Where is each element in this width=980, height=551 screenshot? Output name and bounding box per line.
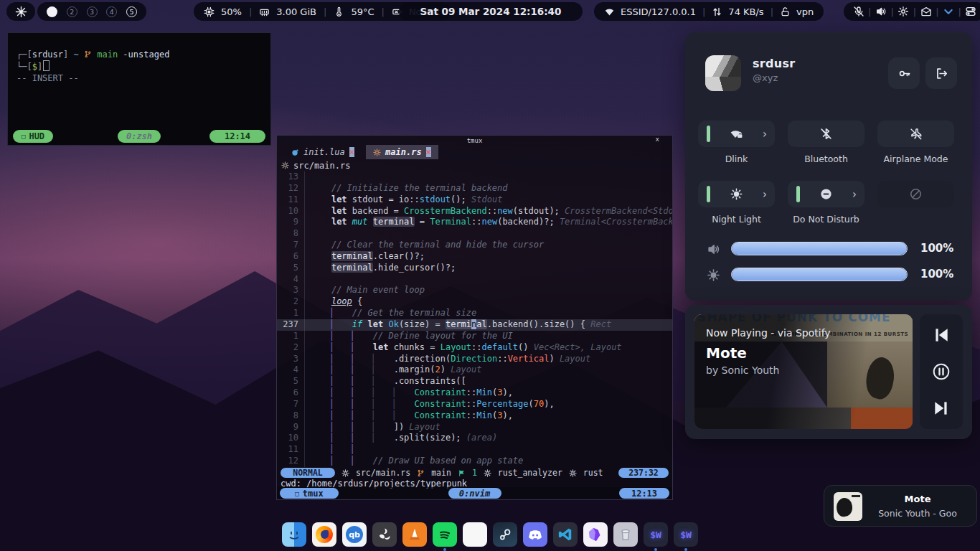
lsp-icon (484, 469, 491, 477)
dock-app-wezterm[interactable]: $W (644, 522, 668, 547)
code-text: ▏ ▏ ▏ ▏ Constraint::Min(3), (311, 387, 513, 399)
airplane-off-icon (909, 127, 923, 141)
launcher-pill[interactable] (6, 2, 35, 21)
separator: | (323, 6, 327, 17)
prompt-user: srdusr (32, 50, 63, 60)
dock-app-spotify[interactable] (433, 522, 457, 547)
key-icon (897, 67, 911, 80)
logout-button[interactable] (925, 57, 957, 89)
code-line: 10 let backend = CrosstermBackend::new(s… (277, 206, 672, 217)
keyring-button[interactable] (888, 57, 920, 89)
editor-window[interactable]: tmux x init.lua × main.rs × src/main.rs … (276, 135, 673, 500)
dock-app-wezterm-2[interactable]: $W (674, 522, 698, 547)
chevron-right-icon[interactable]: › (763, 181, 767, 207)
dnd-icon (819, 187, 833, 201)
tab-close-icon[interactable]: × (349, 147, 354, 157)
line-number: 8 (277, 228, 305, 240)
mail-icon[interactable] (920, 6, 932, 17)
dock-app-firefox[interactable] (312, 522, 336, 547)
chevron-right-icon[interactable]: › (852, 181, 857, 207)
filetype-icon (341, 469, 349, 477)
essid: ESSID/127.0.0.1 (621, 6, 696, 17)
code-text: ▏ ▏ ▏ .split(size); (area) (311, 433, 497, 444)
wifi-lock-icon (730, 127, 743, 141)
rust-file-icon (373, 149, 381, 156)
code-area[interactable]: 1312 // Initialize the terminal backend1… (277, 171, 672, 467)
code-text: let stdout = io::stdout(); Stdout (311, 194, 502, 206)
dock-app-photos[interactable] (463, 522, 487, 547)
code-line: 3 // Main event loop (277, 285, 672, 296)
pause-button[interactable] (932, 362, 951, 381)
cursor-position-pill: 237:32 (618, 468, 669, 478)
code-text: ▏ ▏ ▏ .constraints([ (311, 376, 466, 387)
workspace-4[interactable]: 4 (106, 6, 117, 17)
tab-close-icon[interactable]: × (426, 147, 431, 157)
code-line: 1 ▏ ▏ // Define layout for the UI (277, 331, 672, 342)
next-track-button[interactable] (932, 399, 951, 418)
dock-app-obsidian[interactable] (583, 522, 608, 547)
workspace-2[interactable]: 2 (67, 6, 77, 17)
previous-track-button[interactable] (932, 326, 951, 344)
line-number: 11 (277, 194, 305, 206)
dock-app-vlc[interactable] (402, 522, 427, 547)
toggle-dlink[interactable]: › (698, 121, 775, 147)
tab-main-rs[interactable]: main.rs × (366, 145, 438, 159)
line-number: 10 (277, 206, 305, 217)
toggle-cell: Airplane Mode (877, 121, 954, 164)
workspace-switcher[interactable]: 2345 (37, 2, 146, 21)
panel-toggle-chevron-icon[interactable] (943, 6, 954, 17)
dock-app-vscode[interactable] (553, 522, 578, 547)
logout-icon (935, 67, 948, 80)
active-indicator (796, 186, 800, 202)
vim-mode-pill: NORMAL (281, 468, 335, 478)
terminal-window[interactable]: ┌─[srdusr] ~ main -unstaged └─[$] -- INS… (7, 32, 271, 146)
toggle-bluetooth[interactable] (788, 121, 864, 147)
window-close-button[interactable]: x (656, 136, 659, 145)
breadcrumb-path: src/main.rs (293, 161, 350, 171)
dock-app-qbittorrent[interactable]: qb (342, 522, 367, 547)
workspace-5[interactable]: 5 (126, 6, 137, 17)
line-number: 3 (277, 354, 305, 365)
tab-init-lua[interactable]: init.lua × (284, 145, 362, 159)
line-number: 4 (277, 364, 305, 376)
settings-gear-icon[interactable] (897, 6, 909, 17)
star-logo-icon[interactable] (15, 6, 27, 18)
toggle-do-not-disturb[interactable]: › (788, 181, 864, 207)
code-text: ▏ // Get the terminal size (311, 308, 476, 319)
clock-pill[interactable]: Sat 09 Mar 2024 12:16:40 (399, 2, 583, 21)
brightness-slider[interactable] (731, 268, 908, 281)
code-text: terminal.hide_cursor()?; (311, 263, 456, 274)
avatar (705, 55, 741, 91)
separator: | (702, 6, 706, 17)
workspace-1[interactable] (47, 6, 57, 17)
album-art: SHAPE OF PUNK TO COME A CHIMERICAL BOMBI… (694, 314, 913, 429)
active-indicator (707, 186, 710, 202)
toggle-blank[interactable] (877, 181, 954, 207)
filetype-label: rust (583, 468, 603, 478)
code-text: ▏ ▏ let chunks = Layout::default() Vec<R… (311, 342, 622, 354)
volume-slider[interactable] (731, 242, 908, 255)
dock-app-obs[interactable] (372, 522, 397, 547)
notification-popup[interactable]: Mote Sonic Youth - Goo (824, 485, 977, 527)
dock-app-steam[interactable] (493, 522, 517, 547)
chevron-right-icon[interactable]: › (763, 121, 767, 147)
wifi-icon (604, 6, 615, 17)
brightness-slider-row: 100% (685, 267, 972, 284)
user-name: srdusr (753, 57, 795, 70)
code-line: 11 ▏ ▏ (277, 444, 672, 456)
code-line: 6 terminal.clear()?; (277, 251, 672, 263)
cpu-icon (204, 6, 215, 17)
lang-icon (569, 469, 577, 477)
toggle-airplane-mode[interactable] (877, 121, 954, 147)
code-line: 6 ▏ ▏ ▏ ▏ Constraint::Min(3), (277, 387, 672, 399)
workspace-3[interactable]: 3 (87, 6, 98, 17)
microphone-muted-icon[interactable] (853, 6, 864, 17)
dock-app-finder[interactable] (282, 522, 306, 547)
toggle-night-light[interactable]: › (698, 181, 775, 207)
separator: | (890, 6, 894, 17)
code-line: 4 (277, 274, 672, 286)
system-toggles-icon[interactable] (965, 6, 976, 17)
dock-app-discord[interactable] (523, 522, 547, 547)
volume-icon[interactable] (875, 6, 887, 17)
dock-app-trash[interactable] (613, 522, 638, 547)
